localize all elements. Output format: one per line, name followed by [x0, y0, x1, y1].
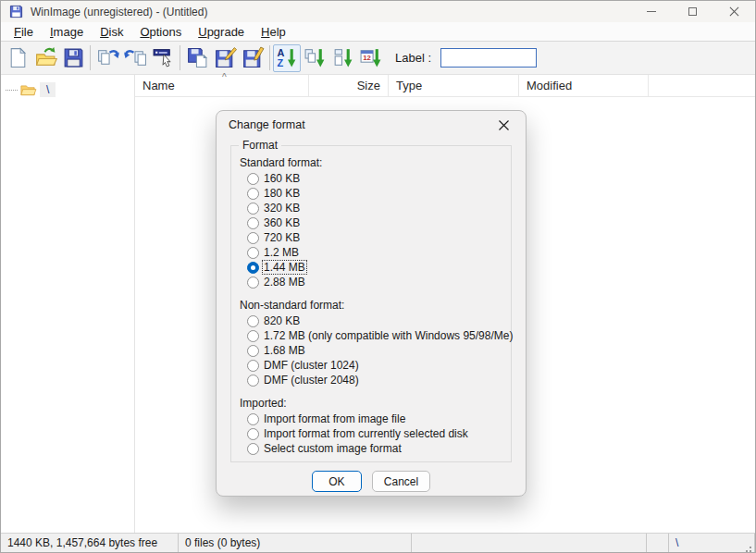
menu-item-options[interactable]: Options [131, 23, 190, 41]
select-files-button[interactable] [149, 44, 177, 72]
radio-option-import-format-from-image-file[interactable]: Import format from image file [247, 412, 505, 426]
tree-item-root[interactable]: \ [1, 81, 134, 98]
minimize-button[interactable] [630, 1, 672, 22]
dialog-title: Change format [229, 118, 305, 131]
extract-files-icon [96, 46, 119, 69]
radio-label: 180 KB [263, 187, 301, 200]
radio-option-1.2-mb[interactable]: 1.2 MB [247, 245, 505, 260]
format-section: Imported:Import format from image fileIm… [237, 397, 505, 456]
radio-label: 320 KB [263, 202, 301, 215]
change-format-dialog: Change format Format Standard format:160… [216, 110, 527, 497]
radio-option-2.88-mb[interactable]: 2.88 MB [247, 275, 505, 289]
sort-type-button[interactable] [301, 44, 328, 72]
radio-option-820-kb[interactable]: 820 KB [247, 313, 505, 328]
column-header-modified[interactable]: Modified [519, 75, 649, 96]
write-disk-icon [214, 46, 237, 69]
radio-label: Import format from image file [263, 412, 406, 425]
format-disk-button[interactable] [239, 44, 266, 72]
sort-date-button[interactable]: 12 [356, 44, 384, 72]
format-section: Non-standard format:820 KB1.72 MB (only … [237, 299, 505, 387]
radio-unselected-icon[interactable] [247, 443, 259, 455]
inject-disk-button[interactable] [183, 44, 211, 72]
radio-option-dmf-cluster-1024[interactable]: DMF (cluster 1024) [247, 358, 505, 373]
radio-unselected-icon[interactable] [247, 315, 259, 327]
radio-unselected-icon[interactable] [247, 360, 259, 372]
close-button[interactable] [713, 1, 755, 22]
radio-option-1.44-mb[interactable]: 1.44 MB [247, 260, 505, 275]
menu-item-image[interactable]: Image [42, 23, 92, 41]
radio-option-1.72-mb-only-compatible-with-windows-95-98-me[interactable]: 1.72 MB (only compatible with Windows 95… [247, 328, 505, 343]
radio-option-180-kb[interactable]: 180 KB [247, 186, 505, 201]
radio-label: 1.68 MB [263, 344, 306, 357]
add-files-button[interactable] [121, 44, 149, 72]
radio-option-import-format-from-currently-selected-disk[interactable]: Import format from currently selected di… [247, 426, 505, 441]
menu-item-file[interactable]: File [6, 23, 42, 41]
ok-button[interactable]: OK [312, 471, 362, 492]
radio-selected-icon[interactable] [247, 262, 259, 274]
winimage-floppy-icon [9, 5, 23, 18]
radio-option-360-kb[interactable]: 360 KB [247, 215, 505, 230]
status-disk-space: 1440 KB, 1,457,664 bytes free [1, 534, 179, 552]
radio-label: Select custom image format [263, 442, 403, 455]
radio-unselected-icon[interactable] [247, 188, 259, 200]
radio-option-160-kb[interactable]: 160 KB [247, 171, 505, 186]
radio-label: DMF (cluster 2048) [263, 374, 360, 387]
sort-size-button[interactable] [328, 44, 356, 72]
dialog-body: Format Standard format:160 KB180 KB320 K… [217, 145, 526, 492]
radio-unselected-icon[interactable] [247, 330, 259, 342]
radio-unselected-icon[interactable] [247, 413, 259, 425]
column-header-type[interactable]: Type [389, 75, 519, 96]
menu-item-upgrade[interactable]: Upgrade [190, 23, 253, 41]
radio-option-dmf-cluster-2048[interactable]: DMF (cluster 2048) [247, 373, 505, 387]
radio-label: 2.88 MB [263, 276, 306, 289]
menu-bar: FileImageDiskOptionsUpgradeHelp [1, 22, 755, 42]
sort-date-icon: 12 [359, 46, 382, 69]
open-image-button[interactable] [31, 44, 59, 72]
radio-unselected-icon[interactable] [247, 276, 259, 289]
column-header-size[interactable]: Size [309, 75, 389, 96]
save-image-icon [62, 46, 85, 69]
radio-unselected-icon[interactable] [247, 173, 259, 185]
dialog-title-bar: Change format [217, 111, 526, 139]
resize-grip[interactable] [750, 547, 751, 548]
save-image-button[interactable] [59, 44, 87, 72]
radio-label: 1.2 MB [263, 246, 300, 259]
dialog-buttons: OK Cancel [230, 471, 512, 492]
radio-unselected-icon[interactable] [247, 203, 259, 215]
section-label: Imported: [240, 397, 505, 412]
cancel-button[interactable]: Cancel [372, 471, 430, 492]
radio-unselected-icon[interactable] [247, 247, 259, 259]
radio-unselected-icon[interactable] [247, 345, 259, 357]
format-section: Standard format:160 KB180 KB320 KB360 KB… [237, 156, 505, 289]
close-icon [729, 6, 739, 17]
radio-unselected-icon[interactable] [247, 375, 259, 387]
new-image-button[interactable] [4, 44, 31, 72]
toolbar-buttons: AZ12 [4, 44, 384, 72]
menu-item-help[interactable]: Help [253, 23, 294, 41]
radio-unselected-icon[interactable] [247, 217, 259, 229]
dialog-close-button[interactable] [493, 115, 514, 135]
radio-option-720-kb[interactable]: 720 KB [247, 230, 505, 245]
extract-files-button[interactable] [93, 44, 121, 72]
radio-unselected-icon[interactable] [247, 428, 259, 440]
open-image-icon [34, 46, 57, 69]
svg-text:A: A [277, 47, 284, 58]
maximize-button[interactable] [672, 1, 713, 22]
radio-option-320-kb[interactable]: 320 KB [247, 201, 505, 215]
radio-option-1.68-mb[interactable]: 1.68 MB [247, 343, 505, 358]
radio-label: 720 KB [263, 231, 301, 244]
write-disk-button[interactable] [211, 44, 239, 72]
add-files-icon [124, 46, 147, 69]
format-sections: Standard format:160 KB180 KB320 KB360 KB… [237, 156, 505, 456]
radio-option-select-custom-image-format[interactable]: Select custom image format [247, 441, 505, 456]
label-input[interactable] [440, 48, 537, 68]
radio-unselected-icon[interactable] [247, 232, 259, 244]
section-label: Standard format: [240, 156, 505, 171]
status-spacer [412, 534, 646, 552]
menu-item-disk[interactable]: Disk [92, 23, 131, 41]
close-icon [499, 120, 509, 130]
format-disk-icon [242, 46, 265, 69]
sort-name-button[interactable]: AZ [273, 44, 301, 72]
radio-label: Import format from currently selected di… [263, 427, 469, 440]
radio-label: DMF (cluster 1024) [263, 359, 360, 372]
